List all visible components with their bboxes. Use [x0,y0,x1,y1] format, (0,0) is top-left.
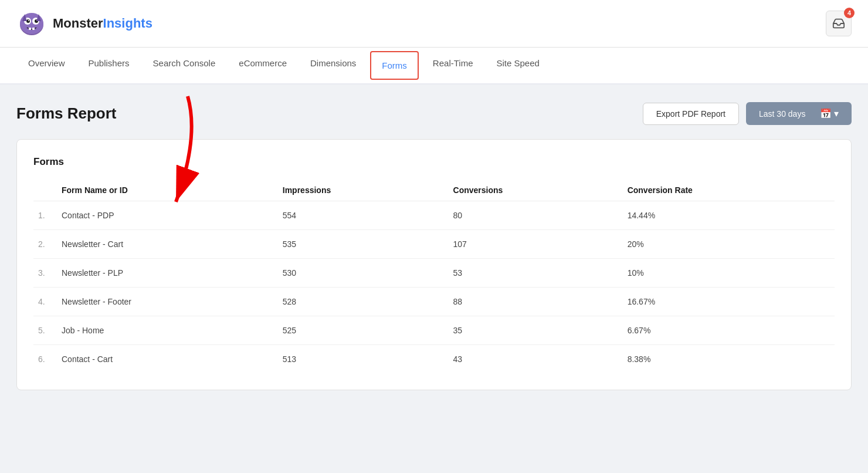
table-row: 4. Newsletter - Footer 528 88 16.67% [33,288,835,316]
notification-button[interactable]: 4 [826,11,852,36]
conversions-value: 35 [444,316,618,345]
col-header-num [33,180,57,201]
brand-name: MonsterInsights [53,16,152,31]
nav-item-ecommerce[interactable]: eCommerce [227,48,299,85]
main-content: Forms Report Export PDF Report Last 30 d… [0,85,868,408]
svg-rect-11 [32,28,35,30]
impressions-value: 528 [273,288,444,316]
row-number: 4. [33,288,57,316]
svg-point-6 [28,20,29,21]
impressions-value: 554 [273,201,444,230]
date-range-button[interactable]: Last 30 days 📅 ▾ [746,102,852,125]
impressions-value: 535 [273,230,444,259]
nav-item-forms[interactable]: Forms [370,51,419,80]
col-header-form-name: Form Name or ID [57,180,273,201]
nav-item-realtime[interactable]: Real-Time [421,48,485,85]
table-row: 6. Contact - Cart 513 43 8.38% [33,345,835,374]
table-row: 3. Newsletter - PLP 530 53 10% [33,259,835,288]
calendar-icon: 📅 ▾ [820,108,839,119]
logo-area: MonsterInsights [16,8,152,39]
svg-rect-10 [29,28,31,30]
report-title: Forms Report [16,104,116,123]
report-actions: Export PDF Report Last 30 days 📅 ▾ [643,102,852,125]
conversions-value: 53 [444,259,618,288]
col-header-impressions: Impressions [273,180,444,201]
form-name: Job - Home [57,316,273,345]
impressions-value: 513 [273,345,444,374]
nav-bar: Overview Publishers Search Console eComm… [0,48,868,85]
nav-item-dimensions[interactable]: Dimensions [299,48,368,85]
notification-badge: 4 [844,8,855,18]
nav-item-search-console[interactable]: Search Console [141,48,228,85]
conversion-rate-value: 8.38% [618,345,835,374]
row-number: 6. [33,345,57,374]
header: MonsterInsights 4 [0,0,868,48]
row-number: 2. [33,230,57,259]
form-name: Newsletter - Cart [57,230,273,259]
row-number: 1. [33,201,57,230]
nav-item-publishers[interactable]: Publishers [77,48,141,85]
nav-item-site-speed[interactable]: Site Speed [484,48,551,85]
impressions-value: 530 [273,259,444,288]
table-row: 2. Newsletter - Cart 535 107 20% [33,230,835,259]
conversions-value: 80 [444,201,618,230]
col-header-conversions: Conversions [444,180,618,201]
date-range-label: Last 30 days [759,109,805,119]
conversion-rate-value: 20% [618,230,835,259]
section-title: Forms [33,156,835,168]
conversions-value: 107 [444,230,618,259]
table-row: 1. Contact - PDP 554 80 14.44% [33,201,835,230]
table-card: Forms Form Name or ID Impressions Conver… [16,139,852,390]
export-pdf-button[interactable]: Export PDF Report [643,103,739,125]
conversion-rate-value: 14.44% [618,201,835,230]
form-name: Newsletter - Footer [57,288,273,316]
conversions-value: 43 [444,345,618,374]
form-name: Contact - PDP [57,201,273,230]
conversion-rate-value: 10% [618,259,835,288]
report-header: Forms Report Export PDF Report Last 30 d… [16,102,852,125]
row-number: 5. [33,316,57,345]
form-name: Contact - Cart [57,345,273,374]
table-header-row: Form Name or ID Impressions Conversions … [33,180,835,201]
svg-point-1 [20,13,43,34]
row-number: 3. [33,259,57,288]
inbox-icon [832,17,845,30]
monster-logo-icon [16,8,47,39]
col-header-conversion-rate: Conversion Rate [618,180,835,201]
conversion-rate-value: 6.67% [618,316,835,345]
impressions-value: 525 [273,316,444,345]
form-name: Newsletter - PLP [57,259,273,288]
table-row: 5. Job - Home 525 35 6.67% [33,316,835,345]
conversion-rate-value: 16.67% [618,288,835,316]
forms-table: Form Name or ID Impressions Conversions … [33,180,835,373]
nav-item-overview[interactable]: Overview [16,48,77,85]
conversions-value: 88 [444,288,618,316]
